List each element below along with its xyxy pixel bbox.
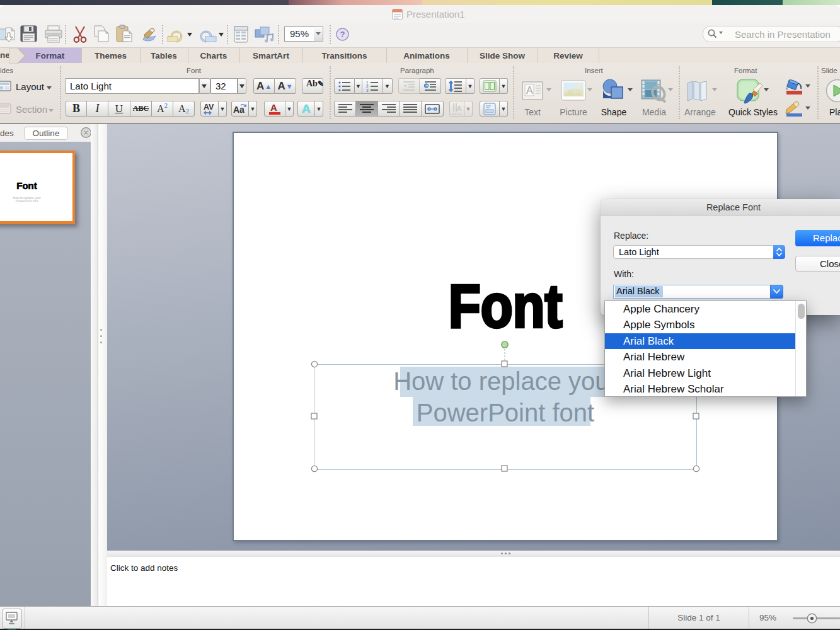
svg-text:A: A: [457, 105, 462, 112]
svg-text:3: 3: [366, 88, 369, 92]
svg-text:A: A: [270, 102, 277, 113]
svg-text:?: ?: [340, 30, 345, 39]
svg-text:AV: AV: [204, 103, 214, 112]
svg-text:Aa: Aa: [233, 105, 245, 115]
svg-text:A: A: [526, 85, 533, 96]
